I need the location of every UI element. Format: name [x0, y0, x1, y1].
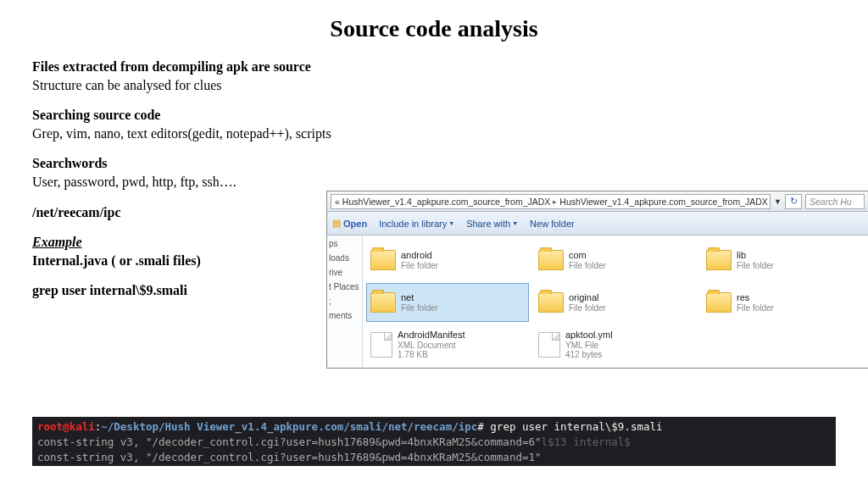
terminal-text: "/decoder_control.cgi?user=hush17689&pwd…	[146, 435, 542, 448]
item-name: original	[569, 292, 606, 303]
folder-item[interactable]: comFile folder	[534, 241, 697, 280]
item-meta: YML File	[565, 341, 613, 351]
terminal-prompt-line: root@kali:~/Desktop/Hush Viewer_v1.4_apk…	[37, 419, 831, 435]
item-name: res	[737, 292, 774, 303]
include-label: Include in library	[379, 219, 447, 229]
sidebar-item[interactable]: ps	[329, 239, 360, 248]
item-meta: File folder	[569, 261, 606, 271]
address-bar: « HushViewer_v1.4_apkpure.com_source_fro…	[327, 191, 868, 212]
terminal-window: root@kali:~/Desktop/Hush Viewer_v1.4_apk…	[32, 417, 836, 466]
folder-item[interactable]: netFile folder	[366, 283, 529, 322]
terminal-command: grep user internal\$9.smali	[484, 420, 663, 433]
terminal-path: ~/Desktop/Hush Viewer_v1.4_apkpure.com/s…	[101, 420, 477, 433]
open-folder-icon: ▤	[332, 218, 341, 229]
include-in-library-button[interactable]: Include in library ▼	[379, 219, 454, 229]
item-meta: XML Document	[398, 341, 465, 351]
new-folder-label: New folder	[530, 219, 575, 229]
breadcrumb-back-icon: «	[335, 197, 340, 207]
search-placeholder: Search Hu	[810, 197, 852, 207]
item-name: lib	[737, 250, 774, 261]
search-input[interactable]: Search Hu	[805, 194, 865, 209]
refresh-icon: ↻	[790, 196, 798, 207]
folder-icon	[538, 292, 564, 313]
item-size: 412 bytes	[565, 350, 613, 360]
open-button[interactable]: ▤ Open	[332, 218, 367, 229]
refresh-button[interactable]: ↻	[785, 194, 802, 209]
bullet-1-body: Structure can be analysed for clues	[32, 76, 836, 95]
dropdown-icon[interactable]: ▼	[774, 197, 782, 206]
item-name: apktool.yml	[565, 330, 613, 341]
sidebar-item[interactable]: t Places	[329, 282, 360, 291]
explorer-sidebar: ps loads rive t Places ; ments	[327, 236, 363, 368]
open-label: Open	[343, 219, 367, 229]
folder-icon	[370, 250, 396, 270]
terminal-output-line: const-string v3, "/decoder_control.cgi?u…	[37, 435, 831, 450]
terminal-user: root@kali	[37, 420, 95, 433]
chevron-down-icon: ▼	[448, 220, 454, 226]
bullet-2-heading: Searching source code	[32, 106, 836, 125]
share-label: Share with	[466, 219, 510, 229]
sidebar-item[interactable]: ;	[329, 297, 360, 306]
terminal-ghost-text: l$13 internal$	[542, 435, 631, 448]
file-item[interactable]: apktool.ymlYML File412 bytes	[534, 325, 697, 364]
item-name: com	[569, 250, 606, 261]
folder-item[interactable]: resFile folder	[702, 283, 865, 322]
sidebar-item[interactable]: rive	[329, 268, 360, 277]
sidebar-item[interactable]: loads	[329, 253, 360, 263]
item-name: AndroidManifest	[398, 330, 465, 341]
bullet-1-heading: Files extracted from decompiling apk are…	[32, 58, 836, 76]
bullet-3-heading: Searchwords	[32, 154, 836, 173]
breadcrumb-part-1: HushViewer_v1.4_apkpure.com_source_from_…	[342, 197, 551, 207]
slide-title: Source code analysis	[0, 0, 868, 42]
folder-icon	[370, 292, 396, 313]
item-meta: File folder	[401, 303, 438, 313]
bullet-3-body: User, password, pwd, http, ftp, ssh….	[32, 173, 836, 191]
terminal-text: "/decoder_control.cgi?user=hush17689&pwd…	[146, 451, 542, 463]
file-item[interactable]: AndroidManifestXML Document1.78 KB	[366, 325, 529, 364]
terminal-hash: #	[477, 420, 484, 433]
new-folder-button[interactable]: New folder	[530, 219, 575, 229]
folder-item[interactable]: androidFile folder	[366, 241, 529, 280]
item-meta: File folder	[401, 261, 438, 271]
item-meta: File folder	[569, 303, 606, 313]
item-name: net	[401, 292, 438, 303]
folder-icon	[706, 250, 732, 270]
file-icon	[538, 332, 560, 358]
item-name: android	[401, 250, 438, 261]
terminal-text: const-string v3,	[37, 435, 146, 448]
folder-item[interactable]: originalFile folder	[534, 283, 697, 322]
terminal-output-line: const-string v3, "/decoder_control.cgi?u…	[37, 450, 831, 465]
file-icon	[370, 332, 392, 358]
terminal-text: const-string v3,	[37, 451, 146, 463]
folder-icon	[538, 250, 564, 270]
sidebar-item[interactable]: ments	[329, 311, 360, 320]
item-meta: File folder	[737, 261, 774, 271]
explorer-window: « HushViewer_v1.4_apkpure.com_source_fro…	[326, 191, 868, 369]
item-size: 1.78 KB	[398, 350, 465, 360]
file-grid: androidFile foldercomFile folderlibFile …	[363, 236, 868, 368]
breadcrumb-part-2: HushViewer_v1.4_apkpure.com_source_from_…	[559, 197, 768, 207]
chevron-down-icon: ▼	[512, 220, 518, 226]
folder-icon	[706, 292, 732, 313]
breadcrumb[interactable]: « HushViewer_v1.4_apkpure.com_source_fro…	[331, 194, 771, 209]
share-with-button[interactable]: Share with ▼	[466, 219, 518, 229]
explorer-toolbar: ▤ Open Include in library ▼ Share with ▼…	[327, 212, 868, 236]
chevron-right-icon: ▸	[553, 197, 557, 206]
bullet-2-body: Grep, vim, nano, text editors(gedit, not…	[32, 125, 836, 143]
folder-item[interactable]: libFile folder	[702, 241, 865, 280]
item-meta: File folder	[737, 303, 774, 313]
